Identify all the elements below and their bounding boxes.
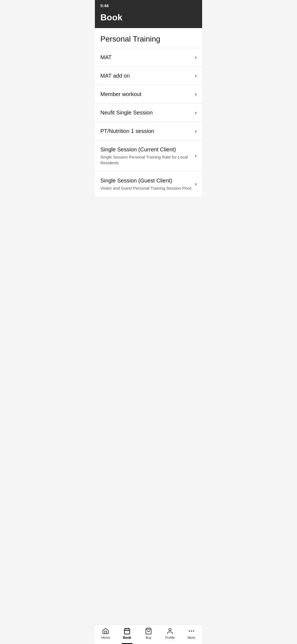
status-bar: 5:48 xyxy=(95,0,202,10)
list-item-single-session-current-client[interactable]: Single Session (Current Client)Single Se… xyxy=(95,140,202,171)
list-item-content-pt-nutrition-1-session: PT/Nutrition 1 session xyxy=(100,127,195,135)
chevron-right-icon: › xyxy=(195,128,197,134)
list-item-subtitle-single-session-current-client: Single Session Personal Training Rate fo… xyxy=(100,154,192,166)
list-container: MAT›MAT add on›Member workout›Neufit Sin… xyxy=(95,48,202,197)
list-item-pt-nutrition-1-session[interactable]: PT/Nutrition 1 session› xyxy=(95,122,202,140)
list-item-mat-add-on[interactable]: MAT add on› xyxy=(95,66,202,85)
list-item-content-member-workout: Member workout xyxy=(100,91,195,98)
chevron-right-icon: › xyxy=(195,54,197,60)
list-item-title-neufit-single-session: Neufit Single Session xyxy=(100,109,192,116)
list-item-member-workout[interactable]: Member workout› xyxy=(95,85,202,103)
section-title: Personal Training xyxy=(95,28,202,48)
list-item-content-single-session-guest-client: Single Session (Guest Client)Visitor and… xyxy=(100,177,195,191)
time: 5:48 xyxy=(100,3,109,8)
list-item-title-single-session-current-client: Single Session (Current Client) xyxy=(100,146,192,153)
chevron-right-icon: › xyxy=(195,110,197,116)
list-item-content-neufit-single-session: Neufit Single Session xyxy=(100,109,195,116)
list-item-neufit-single-session[interactable]: Neufit Single Session› xyxy=(95,103,202,122)
header-title: Book xyxy=(100,12,197,23)
chevron-right-icon: › xyxy=(195,181,197,187)
list-item-title-mat: MAT xyxy=(100,54,192,61)
header: Book xyxy=(95,10,202,28)
list-item-title-single-session-guest-client: Single Session (Guest Client) xyxy=(100,177,192,184)
spacer xyxy=(95,197,202,252)
chevron-right-icon: › xyxy=(195,91,197,97)
list-item-subtitle-single-session-guest-client: Visitor and Guest Personal Training Sess… xyxy=(100,185,192,191)
list-item-content-single-session-current-client: Single Session (Current Client)Single Se… xyxy=(100,146,195,166)
list-item-title-pt-nutrition-1-session: PT/Nutrition 1 session xyxy=(100,127,192,135)
chevron-right-icon: › xyxy=(195,153,197,159)
list-item-title-member-workout: Member workout xyxy=(100,91,192,98)
list-item-title-mat-add-on: MAT add on xyxy=(100,72,192,79)
chevron-right-icon: › xyxy=(195,73,197,79)
list-item-single-session-guest-client[interactable]: Single Session (Guest Client)Visitor and… xyxy=(95,171,202,197)
list-item-content-mat-add-on: MAT add on xyxy=(100,72,195,79)
list-item-content-mat: MAT xyxy=(100,54,195,61)
content: Personal Training MAT›MAT add on›Member … xyxy=(95,28,202,197)
list-item-mat[interactable]: MAT› xyxy=(95,48,202,66)
